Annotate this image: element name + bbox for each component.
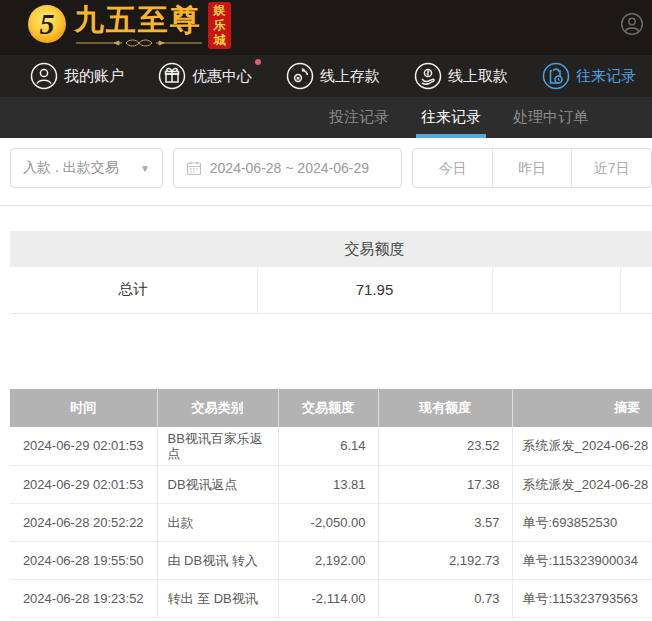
nav-promotions[interactable]: 优惠中心 xyxy=(158,62,252,90)
records-icon xyxy=(542,62,570,90)
summary-total-row: 总计 71.95 xyxy=(10,267,652,313)
cell-amount: 13.81 xyxy=(278,465,378,503)
cell-type: 转出 至 DB视讯 xyxy=(157,579,278,617)
nav-label: 往来记录 xyxy=(576,67,636,86)
cell-balance: 0.73 xyxy=(378,579,512,617)
user-icon xyxy=(30,62,58,90)
cell-memo: 系统派发_2024-06-28 xyxy=(512,465,652,503)
today-button[interactable]: 今日 xyxy=(413,149,492,187)
logo-bar: 5 九五至尊 娱 乐 城 xyxy=(0,0,652,55)
cell-memo: 单号:693852530 xyxy=(512,503,652,541)
nav-label: 线上取款 xyxy=(448,67,508,86)
brand-coin-icon: 5 xyxy=(28,5,66,43)
col-memo: 摘要 xyxy=(512,389,652,427)
nav-withdraw[interactable]: 线上取款 xyxy=(414,62,508,90)
date-range-value: 2024-06-28 ~ 2024-06-29 xyxy=(210,160,369,176)
cell-time: 2024-06-28 20:52:22 xyxy=(10,503,157,541)
main-nav: 我的账户 优惠中心 线上存款 线上取款 往来记录 xyxy=(0,55,652,97)
brand-badge: 娱 乐 城 xyxy=(208,2,231,49)
nav-label: 优惠中心 xyxy=(192,67,252,86)
cell-amount: -2,114.00 xyxy=(278,579,378,617)
summary-table-wrap: 交易额度 总计 71.95 xyxy=(10,206,652,314)
col-balance: 现有额度 xyxy=(378,389,512,427)
cell-balance: 2,192.73 xyxy=(378,541,512,579)
summary-header-row: 交易额度 xyxy=(10,231,652,267)
cell-memo: 单号:115323900034 xyxy=(512,541,652,579)
table-row: 2024-06-29 02:01:53 BB视讯百家乐返点 6.14 23.52… xyxy=(10,427,652,466)
brand-flourish-icon xyxy=(74,38,204,47)
summary-table: 交易额度 总计 71.95 xyxy=(10,231,652,314)
cell-balance: 17.38 xyxy=(378,465,512,503)
cell-time: 2024-06-29 02:01:53 xyxy=(10,427,157,466)
cell-type: BB视讯百家乐返点 xyxy=(157,427,278,466)
nav-transaction-records[interactable]: 往来记录 xyxy=(542,62,636,90)
tab-pending-orders[interactable]: 处理中订单 xyxy=(511,97,590,138)
transactions-header-row: 时间 交易类别 交易额度 现有额度 摘要 xyxy=(10,389,652,427)
col-type: 交易类别 xyxy=(157,389,278,427)
col-time: 时间 xyxy=(10,389,157,427)
nav-label: 我的账户 xyxy=(64,67,124,86)
cell-balance: 3.57 xyxy=(378,503,512,541)
nav-label: 线上存款 xyxy=(320,67,380,86)
deposit-icon xyxy=(286,62,314,90)
brand-logo[interactable]: 5 九五至尊 娱 乐 城 xyxy=(0,0,231,49)
cell-amount: 6.14 xyxy=(278,427,378,466)
date-range-input[interactable]: 2024-06-28 ~ 2024-06-29 xyxy=(173,148,403,188)
summary-header-empty xyxy=(10,231,257,267)
cell-type: 由 DB视讯 转入 xyxy=(157,541,278,579)
yesterday-button[interactable]: 昨日 xyxy=(492,149,572,187)
last7days-button[interactable]: 近7日 xyxy=(571,149,651,187)
table-row: 2024-06-28 19:55:50 由 DB视讯 转入 2,192.00 2… xyxy=(10,541,652,579)
cell-memo: 单号:115323793563 xyxy=(512,579,652,617)
cell-memo: 系统派发_2024-06-28 xyxy=(512,427,652,466)
cell-time: 2024-06-28 19:55:50 xyxy=(10,541,157,579)
summary-header-amount: 交易额度 xyxy=(257,231,492,267)
notification-dot xyxy=(255,59,261,65)
transaction-type-select[interactable]: 入款 . 出款交易 ▼ xyxy=(10,148,163,188)
records-tabbar: 投注记录 往来记录 处理中订单 xyxy=(0,97,652,138)
cell-time: 2024-06-29 02:01:53 xyxy=(10,465,157,503)
nav-my-account[interactable]: 我的账户 xyxy=(30,62,124,90)
cell-time: 2024-06-28 19:23:52 xyxy=(10,579,157,617)
summary-total-amount: 71.95 xyxy=(257,267,492,313)
calendar-icon xyxy=(186,160,202,176)
cell-amount: 2,192.00 xyxy=(278,541,378,579)
brand-title: 九五至尊 xyxy=(74,2,204,38)
tab-betting-records[interactable]: 投注记录 xyxy=(327,97,391,138)
quick-date-group: 今日 昨日 近7日 xyxy=(412,148,652,188)
filter-row: 入款 . 出款交易 ▼ 2024-06-28 ~ 2024-06-29 今日 昨… xyxy=(10,148,652,188)
nav-deposit[interactable]: 线上存款 xyxy=(286,62,380,90)
select-value: 入款 . 出款交易 xyxy=(23,159,119,177)
col-amount: 交易额度 xyxy=(278,389,378,427)
table-row: 2024-06-28 19:23:52 转出 至 DB视讯 -2,114.00 … xyxy=(10,579,652,617)
cell-type: 出款 xyxy=(157,503,278,541)
gift-icon xyxy=(158,62,186,90)
account-avatar-icon[interactable] xyxy=(620,12,644,36)
summary-total-label: 总计 xyxy=(10,267,257,313)
cell-amount: -2,050.00 xyxy=(278,503,378,541)
transactions-table: 时间 交易类别 交易额度 现有额度 摘要 2024-06-29 02:01:53… xyxy=(10,389,652,618)
cell-balance: 23.52 xyxy=(378,427,512,466)
withdraw-icon xyxy=(414,62,442,90)
tab-transaction-records[interactable]: 往来记录 xyxy=(419,97,483,138)
table-row: 2024-06-29 02:01:53 DB视讯返点 13.81 17.38 系… xyxy=(10,465,652,503)
table-row: 2024-06-28 20:52:22 出款 -2,050.00 3.57 单号… xyxy=(10,503,652,541)
cell-type: DB视讯返点 xyxy=(157,465,278,503)
transactions-table-wrap: 时间 交易类别 交易额度 现有额度 摘要 2024-06-29 02:01:53… xyxy=(10,314,652,618)
chevron-down-icon: ▼ xyxy=(140,163,150,174)
